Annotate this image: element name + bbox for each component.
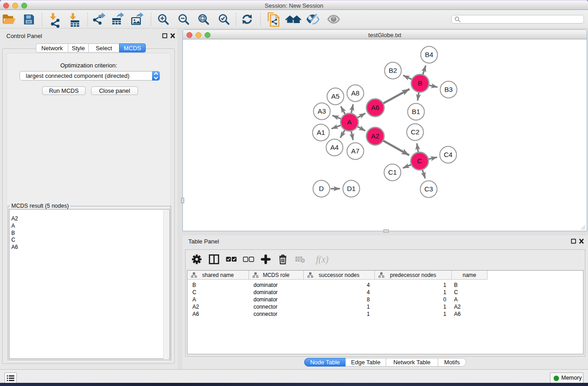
svg-text:f(x): f(x) <box>316 254 329 265</box>
svg-text:A: A <box>347 118 352 126</box>
svg-text:B3: B3 <box>445 86 453 93</box>
svg-text:D1: D1 <box>347 185 355 192</box>
svg-text:B: B <box>418 79 422 87</box>
svg-text:A3: A3 <box>318 107 326 115</box>
svg-text:C3: C3 <box>424 185 433 193</box>
svg-text:B2: B2 <box>389 67 397 74</box>
svg-text:A4: A4 <box>330 143 339 151</box>
svg-text:A8: A8 <box>351 89 359 97</box>
svg-text:A7: A7 <box>351 147 359 155</box>
svg-text:A5: A5 <box>331 92 339 100</box>
svg-text:A1: A1 <box>317 129 325 136</box>
svg-text:A6: A6 <box>371 104 379 111</box>
svg-text:B4: B4 <box>425 51 433 58</box>
svg-text:D: D <box>319 185 324 192</box>
svg-text:C: C <box>417 157 422 165</box>
svg-text:B1: B1 <box>412 108 420 115</box>
svg-text:C4: C4 <box>444 151 452 158</box>
svg-text:C2: C2 <box>411 128 419 136</box>
svg-text:C1: C1 <box>388 168 397 176</box>
svg-text:A2: A2 <box>371 132 379 140</box>
